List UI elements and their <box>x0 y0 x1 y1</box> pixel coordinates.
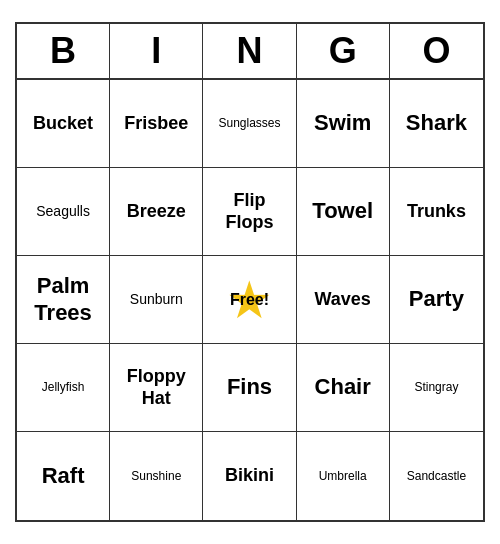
bingo-cell-10: Palm Trees <box>17 256 110 344</box>
cell-label: Breeze <box>127 201 186 223</box>
bingo-header: B I N G O <box>17 24 483 80</box>
cell-label: Flip Flops <box>207 190 291 233</box>
header-g: G <box>297 24 390 78</box>
cell-label: Waves <box>315 289 371 311</box>
cell-label: Sunburn <box>130 291 183 308</box>
bingo-cell-20: Raft <box>17 432 110 520</box>
header-b: B <box>17 24 110 78</box>
cell-label: Bikini <box>225 465 274 487</box>
bingo-cell-19: Stingray <box>390 344 483 432</box>
bingo-card: B I N G O BucketFrisbeeSunglassesSwimSha… <box>15 22 485 522</box>
cell-label: Swim <box>314 110 371 136</box>
bingo-cell-8: Towel <box>297 168 390 256</box>
cell-label: Umbrella <box>319 469 367 483</box>
cell-label: Trunks <box>407 201 466 223</box>
cell-label: Sunglasses <box>218 116 280 130</box>
cell-label: Sunshine <box>131 469 181 483</box>
bingo-cell-4: Shark <box>390 80 483 168</box>
cell-label: Floppy Hat <box>114 366 198 409</box>
header-o: O <box>390 24 483 78</box>
bingo-cell-9: Trunks <box>390 168 483 256</box>
bingo-cell-21: Sunshine <box>110 432 203 520</box>
cell-label: Seagulls <box>36 203 90 220</box>
cell-label: Sandcastle <box>407 469 466 483</box>
cell-label: Towel <box>312 198 373 224</box>
bingo-cell-16: Floppy Hat <box>110 344 203 432</box>
cell-label: Jellyfish <box>42 380 85 394</box>
bingo-cell-15: Jellyfish <box>17 344 110 432</box>
cell-label: Party <box>409 286 464 312</box>
cell-label: Palm Trees <box>21 273 105 326</box>
bingo-cell-6: Breeze <box>110 168 203 256</box>
bingo-cell-22: Bikini <box>203 432 296 520</box>
header-i: I <box>110 24 203 78</box>
free-cell-text: Free! <box>230 291 269 309</box>
bingo-cell-23: Umbrella <box>297 432 390 520</box>
bingo-cell-18: Chair <box>297 344 390 432</box>
bingo-cell-12: ★Free! <box>203 256 296 344</box>
cell-label: Frisbee <box>124 113 188 135</box>
cell-label: Chair <box>315 374 371 400</box>
bingo-cell-0: Bucket <box>17 80 110 168</box>
cell-label: Shark <box>406 110 467 136</box>
bingo-cell-1: Frisbee <box>110 80 203 168</box>
header-n: N <box>203 24 296 78</box>
bingo-cell-17: Fins <box>203 344 296 432</box>
cell-label: Raft <box>42 463 85 489</box>
bingo-cell-13: Waves <box>297 256 390 344</box>
bingo-cell-24: Sandcastle <box>390 432 483 520</box>
bingo-cell-3: Swim <box>297 80 390 168</box>
bingo-cell-7: Flip Flops <box>203 168 296 256</box>
bingo-cell-5: Seagulls <box>17 168 110 256</box>
bingo-cell-14: Party <box>390 256 483 344</box>
cell-label: Stingray <box>414 380 458 394</box>
cell-label: Fins <box>227 374 272 400</box>
bingo-grid: BucketFrisbeeSunglassesSwimSharkSeagulls… <box>17 80 483 520</box>
bingo-cell-11: Sunburn <box>110 256 203 344</box>
bingo-cell-2: Sunglasses <box>203 80 296 168</box>
cell-label: Bucket <box>33 113 93 135</box>
